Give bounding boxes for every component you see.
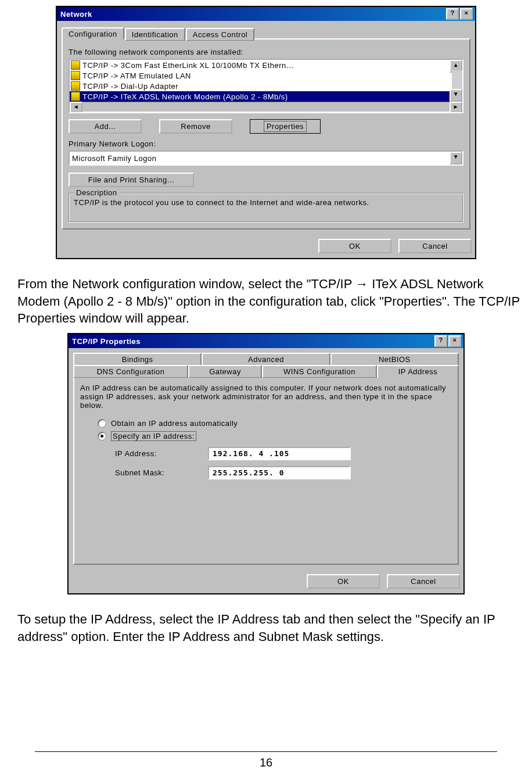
scroll-left-icon[interactable]: ◄ xyxy=(70,102,82,113)
window-title: Network xyxy=(59,10,445,19)
protocol-icon xyxy=(71,71,80,80)
description-title: Description xyxy=(74,188,120,197)
ok-button[interactable]: OK xyxy=(318,239,391,253)
titlebar[interactable]: TCP/IP Properties ? × xyxy=(69,334,463,348)
paragraph-2: To setup the IP Address, select the IP A… xyxy=(17,611,529,645)
radio-specify-row[interactable]: Specify an IP address: xyxy=(98,431,452,441)
remove-button[interactable]: Remove xyxy=(159,119,232,134)
primary-logon-label: Primary Network Logon: xyxy=(69,139,463,148)
tcpip-dialog: TCP/IP Properties ? × Bindings Advanced … xyxy=(67,333,465,594)
list-item[interactable]: TCP/IP -> ATM Emulated LAN xyxy=(70,70,462,81)
protocol-icon xyxy=(71,60,80,70)
network-dialog: Network ? × Configuration Identification… xyxy=(56,6,476,259)
cancel-button[interactable]: Cancel xyxy=(387,574,460,589)
tab-dns[interactable]: DNS Configuration xyxy=(73,365,188,378)
help-icon[interactable]: ? xyxy=(434,335,447,347)
radio-icon[interactable] xyxy=(98,419,106,428)
page-number: 16 xyxy=(0,756,532,769)
components-listbox[interactable]: TCP/IP -> 3Com Fast EtherLink XL 10/100M… xyxy=(69,59,463,113)
dropdown-value: Microsoft Family Logon xyxy=(70,154,450,163)
paragraph-1: From the Network configuration window, s… xyxy=(17,275,529,327)
tab-access-control[interactable]: Access Control xyxy=(186,28,254,41)
scroll-track[interactable] xyxy=(452,70,462,91)
protocol-icon xyxy=(71,92,80,101)
close-icon[interactable]: × xyxy=(460,8,473,20)
cancel-button[interactable]: Cancel xyxy=(398,239,472,253)
chevron-down-icon[interactable]: ▼ xyxy=(450,152,462,164)
tab-advanced[interactable]: Advanced xyxy=(202,353,330,366)
list-item[interactable]: TCP/IP -> 3Com Fast EtherLink XL 10/100M… xyxy=(70,60,462,70)
components-label: The following network components are ins… xyxy=(69,48,463,56)
tab-row: Configuration Identification Access Cont… xyxy=(62,26,470,40)
list-item-selected[interactable]: TCP/IP -> ITeX ADSL Network Modem (Apoll… xyxy=(70,91,462,102)
subnet-mask-input[interactable]: 255.255.255. 0 xyxy=(208,466,351,479)
radio-specify-label: Specify an IP address: xyxy=(111,431,196,441)
tab-wins[interactable]: WINS Configuration xyxy=(262,365,377,378)
add-button[interactable]: Add... xyxy=(69,119,142,134)
ok-button[interactable]: OK xyxy=(307,574,380,589)
list-item[interactable]: TCP/IP -> Dial-Up Adapter xyxy=(70,81,462,91)
intro-text: An IP address can be automatically assig… xyxy=(80,384,452,410)
titlebar[interactable]: Network ? × xyxy=(57,7,475,21)
subnet-mask-label: Subnet Mask: xyxy=(115,468,208,477)
ip-address-input[interactable]: 192.168. 4 .105 xyxy=(208,447,351,460)
window-title: TCP/IP Properties xyxy=(71,337,433,346)
radio-icon[interactable] xyxy=(98,432,106,440)
page-divider xyxy=(35,751,497,752)
properties-button[interactable]: Properties xyxy=(250,119,321,134)
radio-obtain-label: Obtain an IP address automatically xyxy=(111,419,238,428)
primary-logon-dropdown[interactable]: Microsoft Family Logon ▼ xyxy=(69,151,463,166)
tab-netbios[interactable]: NetBIOS xyxy=(330,353,459,366)
scroll-down-icon[interactable]: ▼ xyxy=(450,89,462,102)
description-text: TCP/IP is the protocol you use to connec… xyxy=(74,198,458,207)
close-icon[interactable]: × xyxy=(448,335,461,347)
file-print-sharing-button[interactable]: File and Print Sharing... xyxy=(69,173,194,187)
tab-ip-address[interactable]: IP Address xyxy=(377,365,459,378)
tab-bindings[interactable]: Bindings xyxy=(73,353,202,366)
protocol-icon xyxy=(71,81,80,91)
radio-obtain-row[interactable]: Obtain an IP address automatically xyxy=(98,419,452,428)
tab-configuration[interactable]: Configuration xyxy=(62,27,124,40)
scroll-right-icon[interactable]: ► xyxy=(450,102,462,113)
tab-identification[interactable]: Identification xyxy=(125,28,185,41)
tab-gateway[interactable]: Gateway xyxy=(188,365,262,378)
ip-address-label: IP Address: xyxy=(115,449,208,458)
description-groupbox: Description TCP/IP is the protocol you u… xyxy=(69,193,463,223)
hscroll-track[interactable] xyxy=(82,102,450,112)
help-icon[interactable]: ? xyxy=(446,8,459,20)
